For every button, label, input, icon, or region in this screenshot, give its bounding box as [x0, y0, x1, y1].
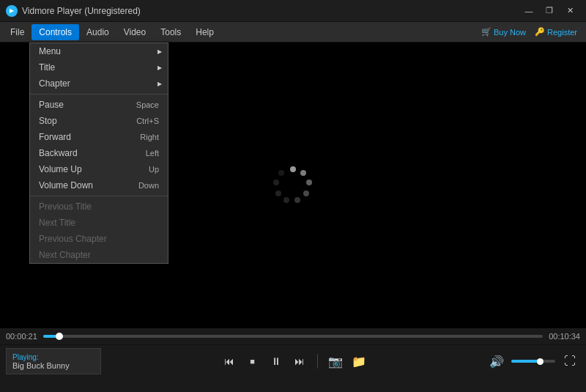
- register-icon: 🔑: [535, 27, 545, 37]
- progress-bar-area: 00:00:21 00:10:34: [0, 328, 586, 344]
- controls-area: Playing: Big Buck Bunny ⏮ ■ ⏸ ⏭ 📷 📁 🔊 ⛶: [0, 344, 586, 377]
- dd-next-title-item: Next Title: [30, 215, 168, 231]
- buy-now-button[interactable]: 🛒 Buy Now: [481, 27, 526, 37]
- screenshot-button[interactable]: 📷: [325, 351, 346, 371]
- register-button[interactable]: 🔑 Register: [535, 27, 577, 37]
- pause-button[interactable]: ⏸: [266, 351, 286, 371]
- dd-forward-item[interactable]: Forward Right: [30, 129, 168, 145]
- volume-fill: [511, 360, 540, 363]
- svg-point-7: [273, 180, 279, 185]
- svg-point-3: [303, 191, 309, 196]
- svg-point-6: [275, 191, 281, 196]
- fullscreen-button[interactable]: ⛶: [560, 351, 580, 371]
- app-icon: [6, 5, 18, 17]
- restore-button[interactable]: ❐: [539, 4, 560, 18]
- dd-prev-title-item: Previous Title: [30, 199, 168, 215]
- stop-button[interactable]: ■: [242, 351, 263, 371]
- dd-backward-item[interactable]: Backward Left: [30, 145, 168, 161]
- dd-prev-chapter-item: Previous Chapter: [30, 231, 168, 247]
- svg-point-2: [306, 180, 312, 185]
- progress-track[interactable]: [43, 335, 543, 338]
- menu-video[interactable]: Video: [116, 24, 153, 40]
- right-controls: 🔊 ⛶: [486, 351, 580, 371]
- dd-chapter-item[interactable]: Chapter: [30, 75, 168, 92]
- volume-track[interactable]: [511, 360, 555, 363]
- menu-file[interactable]: File: [3, 24, 31, 40]
- menu-help[interactable]: Help: [188, 24, 221, 40]
- svg-point-5: [283, 197, 289, 203]
- menu-right: 🛒 Buy Now 🔑 Register: [481, 27, 583, 37]
- minimize-button[interactable]: —: [519, 4, 539, 18]
- window-controls: — ❐ ✕: [519, 4, 580, 18]
- now-playing: Playing: Big Buck Bunny: [6, 348, 101, 374]
- progress-thumb: [56, 333, 63, 340]
- svg-point-1: [300, 170, 306, 176]
- control-separator-1: [317, 354, 318, 369]
- controls-dropdown-menu: Menu Title Chapter Pause Space Stop Ctrl…: [29, 42, 168, 264]
- dd-stop-item[interactable]: Stop Ctrl+S: [30, 113, 168, 129]
- menu-tools[interactable]: Tools: [153, 24, 188, 40]
- menu-audio[interactable]: Audio: [79, 24, 116, 40]
- svg-point-4: [294, 197, 300, 203]
- title-bar: Vidmore Player (Unregistered) — ❐ ✕: [0, 0, 586, 22]
- total-time: 00:10:34: [549, 332, 580, 341]
- svg-point-8: [278, 170, 284, 176]
- menu-controls[interactable]: Controls: [31, 24, 79, 40]
- now-playing-label: Playing:: [12, 353, 94, 361]
- dd-menu-item[interactable]: Menu: [30, 43, 168, 59]
- menu-bar: File Controls Audio Video Tools Help 🛒 B…: [0, 22, 586, 42]
- volume-button[interactable]: 🔊: [486, 351, 507, 371]
- close-button[interactable]: ✕: [560, 4, 580, 18]
- fast-forward-button[interactable]: ⏭: [289, 351, 310, 371]
- dd-volume-down-item[interactable]: Volume Down Down: [30, 177, 168, 193]
- svg-point-0: [290, 166, 296, 172]
- volume-thumb: [537, 358, 544, 365]
- dd-volume-up-item[interactable]: Volume Up Up: [30, 161, 168, 177]
- loading-spinner: [271, 163, 315, 207]
- dd-separator-2: [30, 196, 168, 196]
- dd-pause-item[interactable]: Pause Space: [30, 97, 168, 113]
- dd-title-item[interactable]: Title: [30, 59, 168, 75]
- now-playing-title: Big Buck Bunny: [12, 361, 94, 370]
- cart-icon: 🛒: [481, 27, 492, 37]
- dd-next-chapter-item: Next Chapter: [30, 247, 168, 263]
- center-controls: ⏮ ■ ⏸ ⏭ 📷 📁: [101, 351, 486, 371]
- app-title: Vidmore Player (Unregistered): [22, 6, 519, 16]
- open-folder-button[interactable]: 📁: [349, 351, 369, 371]
- dd-separator-1: [30, 94, 168, 95]
- current-time: 00:00:21: [6, 332, 37, 341]
- rewind-button[interactable]: ⏮: [219, 351, 240, 371]
